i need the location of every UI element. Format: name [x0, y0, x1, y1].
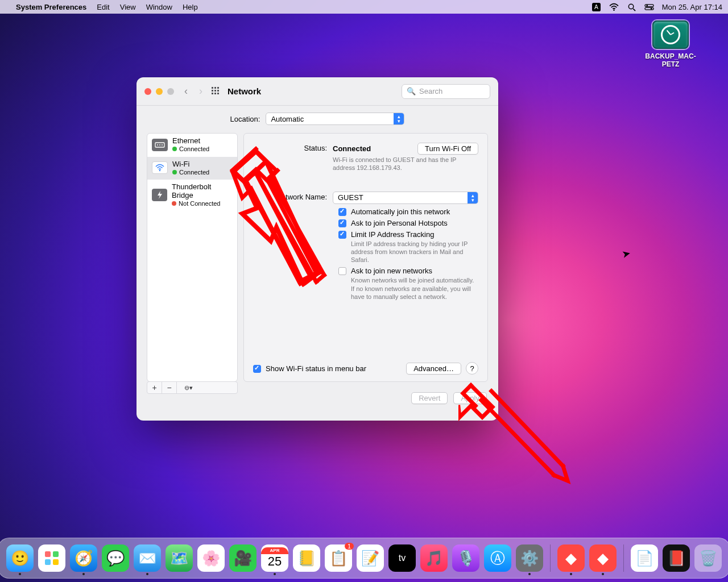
dock-finder[interactable]: 🙂 [6, 544, 34, 572]
ask-hotspot-checkbox[interactable] [338, 219, 346, 227]
dock-appstore[interactable]: Ⓐ [484, 544, 511, 572]
wifi-panel: Status: Connected Turn Wi-Fi Off Wi-Fi i… [243, 133, 488, 382]
sidebar-item-wifi[interactable]: Wi-Fi Connected [147, 157, 237, 180]
dock-reminders[interactable]: 📋1 [325, 544, 352, 572]
advanced-button[interactable]: Advanced… [406, 363, 461, 375]
dock-separator [550, 544, 551, 572]
dock-tv[interactable]: tv [388, 544, 416, 572]
close-button[interactable] [144, 88, 151, 95]
dock-maps[interactable]: 🗺️ [166, 544, 193, 572]
dock-facetime[interactable]: 🎥 [229, 544, 257, 572]
svg-line-4 [633, 9, 635, 11]
auto-join-label: Automatically join this network [351, 207, 450, 216]
turn-wifi-off-button[interactable]: Turn Wi-Fi Off [417, 143, 478, 155]
back-button[interactable]: ‹ [184, 85, 188, 97]
svg-rect-23 [53, 559, 59, 565]
status-label: Status: [253, 143, 333, 152]
wifi-icon [152, 161, 168, 174]
dock-anydesk-2[interactable]: ◆ [589, 544, 617, 572]
network-services-sidebar: Ethernet Connected Wi-Fi Connected Thund… [147, 133, 238, 382]
svg-rect-5 [645, 4, 653, 6]
time-machine-disk-icon [652, 20, 689, 49]
desktop-disk-backup[interactable]: BACKUP_MAC-PETZ [645, 20, 696, 69]
sidebar-item-ethernet[interactable]: Ethernet Connected [147, 134, 237, 157]
svg-text:A: A [594, 4, 598, 10]
dock-calendar[interactable]: APR 25 [261, 544, 288, 572]
dock-music[interactable]: 🎵 [420, 544, 448, 572]
location-value: Automatic [271, 115, 304, 123]
dock-messages[interactable]: 💬 [102, 544, 129, 572]
location-label: Location: [230, 115, 260, 123]
show-status-checkbox[interactable] [253, 365, 261, 373]
help-button[interactable]: ? [466, 362, 478, 375]
show-all-button[interactable] [212, 87, 221, 96]
dock-anydesk[interactable]: ◆ [557, 544, 585, 572]
ask-new-hint: Known networks will be joined automatica… [351, 276, 478, 301]
app-menu[interactable]: System Preferences [16, 3, 86, 11]
menu-help[interactable]: Help [183, 3, 198, 11]
limit-ip-label: Limit IP Address Tracking [351, 230, 478, 239]
menu-window[interactable]: Window [146, 3, 172, 11]
input-source-icon[interactable]: A [592, 3, 601, 11]
svg-point-8 [651, 7, 652, 9]
dock-textedit[interactable]: 📄 [631, 544, 658, 572]
auto-join-checkbox[interactable] [338, 208, 346, 216]
svg-rect-21 [53, 551, 59, 557]
dock-photos[interactable]: 🌸 [197, 544, 225, 572]
sidebar-status: Connected [172, 169, 209, 176]
limit-ip-checkbox[interactable] [338, 231, 346, 239]
ask-new-checkbox[interactable] [338, 267, 346, 275]
forward-button: › [199, 85, 202, 97]
dock-safari[interactable]: 🧭 [70, 544, 97, 572]
network-name-select[interactable]: GUEST [333, 192, 478, 204]
calendar-month: APR [261, 547, 288, 554]
apply-button: Apply [453, 392, 487, 404]
remove-service-button[interactable]: − [162, 382, 177, 393]
dock-trash[interactable]: 🗑️ [694, 544, 722, 572]
search-placeholder: Search [419, 87, 442, 95]
sidebar-label: Wi-Fi [172, 160, 209, 169]
service-actions-menu[interactable]: ⊖▾ [177, 382, 200, 393]
zoom-button[interactable] [167, 88, 174, 95]
dock-notes[interactable]: 📝 [357, 544, 384, 572]
limit-ip-hint: Limit IP address tracking by hiding your… [351, 240, 478, 264]
dock-launchpad[interactable] [38, 544, 65, 572]
sidebar-footer: + − ⊖▾ [147, 381, 238, 394]
clock[interactable]: Mon 25. Apr 17:14 [662, 3, 722, 11]
add-service-button[interactable]: + [147, 382, 162, 393]
sidebar-label: Ethernet [172, 137, 209, 146]
disk-label: BACKUP_MAC-PETZ [645, 52, 696, 69]
sidebar-status: Not Connected [172, 200, 233, 207]
menubar: System Preferences Edit View Window Help… [0, 0, 728, 14]
svg-point-3 [628, 4, 633, 9]
dock-mail[interactable]: ✉️ [134, 544, 161, 572]
sidebar-item-thunderbolt[interactable]: Thunderbolt Bridge Not Connected [147, 180, 237, 211]
show-status-label: Show Wi-Fi status in menu bar [266, 364, 366, 373]
svg-point-2 [613, 9, 615, 11]
dock-separator [623, 544, 624, 572]
sidebar-status: Connected [172, 146, 209, 153]
calendar-day: 25 [268, 554, 282, 569]
menu-edit[interactable]: Edit [97, 3, 109, 11]
system-preferences-window: ‹ › Network 🔍 Search Location: Automatic… [136, 77, 498, 421]
network-name-value: GUEST [338, 193, 363, 202]
reminders-badge: 1 [345, 543, 354, 550]
revert-button: Revert [411, 392, 448, 404]
status-hint: Wi-Fi is connected to GUEST and has the … [333, 156, 469, 172]
thunderbolt-icon [152, 189, 167, 201]
select-stepper-icon [468, 192, 478, 203]
dock-contacts[interactable]: 📒 [293, 544, 320, 572]
menu-view[interactable]: View [120, 3, 136, 11]
sidebar-label: Thunderbolt Bridge [172, 183, 233, 200]
wifi-status-icon[interactable] [609, 3, 619, 11]
search-field[interactable]: 🔍 Search [402, 84, 490, 99]
spotlight-icon[interactable] [627, 3, 636, 11]
minimize-button[interactable] [156, 88, 163, 95]
dock-document[interactable]: 📕 [663, 544, 690, 572]
dock-system-preferences[interactable]: ⚙️ [516, 544, 543, 572]
dock-podcasts[interactable]: 🎙️ [452, 544, 479, 572]
titlebar: ‹ › Network 🔍 Search [136, 77, 498, 106]
svg-rect-7 [645, 7, 653, 10]
control-center-icon[interactable] [644, 3, 654, 11]
location-select[interactable]: Automatic [266, 113, 404, 125]
